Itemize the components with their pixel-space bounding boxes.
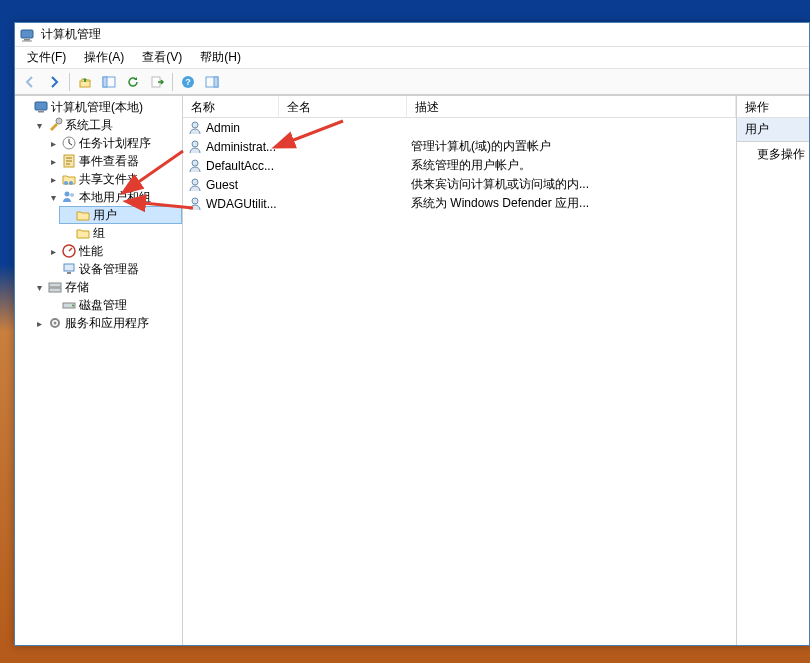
tree-services-apps[interactable]: ▸ 服务和应用程序 [31, 314, 182, 332]
svg-rect-5 [103, 77, 107, 87]
menu-action[interactable]: 操作(A) [76, 47, 132, 68]
chevron-right-icon[interactable]: ▸ [33, 317, 45, 329]
back-button[interactable] [19, 71, 41, 93]
actions-section-title: 用户 [737, 118, 809, 142]
actions-pane: 操作 用户 更多操作 [737, 96, 809, 645]
services-icon [47, 315, 63, 331]
tree-local-users-groups[interactable]: ▾ 本地用户和组 [45, 188, 182, 206]
forward-button[interactable] [43, 71, 65, 93]
users-icon [61, 189, 77, 205]
panel-toggle-button[interactable] [201, 71, 223, 93]
tree-disk-management[interactable]: 磁盘管理 [45, 296, 182, 314]
performance-icon [61, 243, 77, 259]
storage-icon [47, 279, 63, 295]
list-row-user[interactable]: Administrat...管理计算机(域)的内置帐户 [183, 137, 736, 156]
tree-label: 事件查看器 [79, 153, 139, 170]
show-hide-tree-button[interactable] [98, 71, 120, 93]
chevron-right-icon[interactable]: ▸ [47, 245, 59, 257]
list-header: 名称 全名 描述 [183, 96, 736, 118]
list-row-user[interactable]: DefaultAcc...系统管理的用户帐户。 [183, 156, 736, 175]
computer-management-window: 计算机管理 文件(F) 操作(A) 查看(V) 帮助(H) ? [14, 22, 810, 646]
list-pane: 名称 全名 描述 AdminAdministrat...管理计算机(域)的内置帐… [183, 96, 737, 645]
help-button[interactable]: ? [177, 71, 199, 93]
tree-label: 本地用户和组 [79, 189, 151, 206]
svg-point-13 [56, 118, 62, 124]
chevron-right-icon[interactable]: ▸ [47, 155, 59, 167]
tools-icon [47, 117, 63, 133]
list-body[interactable]: AdminAdministrat...管理计算机(域)的内置帐户DefaultA… [183, 118, 736, 645]
svg-rect-23 [49, 283, 61, 287]
chevron-down-icon[interactable]: ▾ [47, 191, 59, 203]
column-header-description[interactable]: 描述 [407, 96, 736, 117]
up-button[interactable] [74, 71, 96, 93]
user-description: 系统为 Windows Defender 应用... [411, 195, 736, 212]
column-header-name[interactable]: 名称 [183, 96, 279, 117]
user-name: Guest [206, 178, 238, 192]
shared-folder-icon [61, 171, 77, 187]
svg-point-28 [54, 322, 57, 325]
tree-storage[interactable]: ▾ 存储 [31, 278, 182, 296]
user-name: Administrat... [206, 140, 276, 154]
svg-point-33 [192, 198, 198, 204]
user-name: WDAGUtilit... [206, 197, 277, 211]
computer-icon [33, 99, 49, 115]
svg-rect-10 [214, 77, 218, 87]
tree-label: 共享文件夹 [79, 171, 139, 188]
list-row-user[interactable]: Guest供来宾访问计算机或访问域的内... [183, 175, 736, 194]
tree-task-scheduler[interactable]: ▸ 任务计划程序 [45, 134, 182, 152]
list-row-user[interactable]: Admin [183, 118, 736, 137]
refresh-button[interactable] [122, 71, 144, 93]
tree-pane[interactable]: 计算机管理(本地) ▾ 系统工具 [15, 96, 183, 645]
user-icon [187, 158, 203, 174]
tree-groups[interactable]: 组 [59, 224, 182, 242]
tree-label: 服务和应用程序 [65, 315, 149, 332]
tree-label: 磁盘管理 [79, 297, 127, 314]
device-icon [61, 261, 77, 277]
menu-view[interactable]: 查看(V) [134, 47, 190, 68]
user-description: 供来宾访问计算机或访问域的内... [411, 176, 736, 193]
tree-event-viewer[interactable]: ▸ 事件查看器 [45, 152, 182, 170]
tree-label: 计算机管理(本地) [51, 99, 143, 116]
tree-users[interactable]: 用户 [59, 206, 182, 224]
svg-rect-12 [38, 111, 44, 113]
svg-rect-22 [67, 272, 71, 274]
menu-file[interactable]: 文件(F) [19, 47, 74, 68]
actions-more[interactable]: 更多操作 [737, 142, 809, 167]
event-icon [61, 153, 77, 169]
svg-point-19 [70, 193, 74, 197]
tree-label: 存储 [65, 279, 89, 296]
toolbar: ? [15, 69, 809, 95]
user-icon [187, 177, 203, 193]
app-icon [19, 27, 35, 43]
svg-point-18 [65, 192, 70, 197]
chevron-down-icon[interactable]: ▾ [33, 281, 45, 293]
chevron-right-icon[interactable]: ▸ [47, 173, 59, 185]
toolbar-separator [69, 73, 70, 91]
folder-icon [75, 225, 91, 241]
svg-rect-0 [21, 30, 33, 38]
content-area: 计算机管理(本地) ▾ 系统工具 [15, 95, 809, 645]
tree-shared-folders[interactable]: ▸ 共享文件夹 [45, 170, 182, 188]
tree-label: 设备管理器 [79, 261, 139, 278]
svg-rect-1 [24, 39, 30, 41]
expander-icon[interactable] [19, 101, 31, 113]
tree-root[interactable]: 计算机管理(本地) [17, 98, 182, 116]
tree-system-tools[interactable]: ▾ 系统工具 [31, 116, 182, 134]
tree-device-manager[interactable]: 设备管理器 [45, 260, 182, 278]
tree-label: 性能 [79, 243, 103, 260]
tree-performance[interactable]: ▸ 性能 [45, 242, 182, 260]
export-button[interactable] [146, 71, 168, 93]
expander-empty [47, 263, 59, 275]
column-header-fullname[interactable]: 全名 [279, 96, 407, 117]
user-icon [187, 196, 203, 212]
svg-rect-24 [49, 288, 61, 292]
list-row-user[interactable]: WDAGUtilit...系统为 Windows Defender 应用... [183, 194, 736, 213]
expander-empty [61, 209, 73, 221]
svg-rect-2 [22, 40, 32, 41]
clock-icon [61, 135, 77, 151]
menu-help[interactable]: 帮助(H) [192, 47, 249, 68]
svg-rect-21 [64, 264, 74, 271]
chevron-right-icon[interactable]: ▸ [47, 137, 59, 149]
chevron-down-icon[interactable]: ▾ [33, 119, 45, 131]
svg-point-31 [192, 160, 198, 166]
